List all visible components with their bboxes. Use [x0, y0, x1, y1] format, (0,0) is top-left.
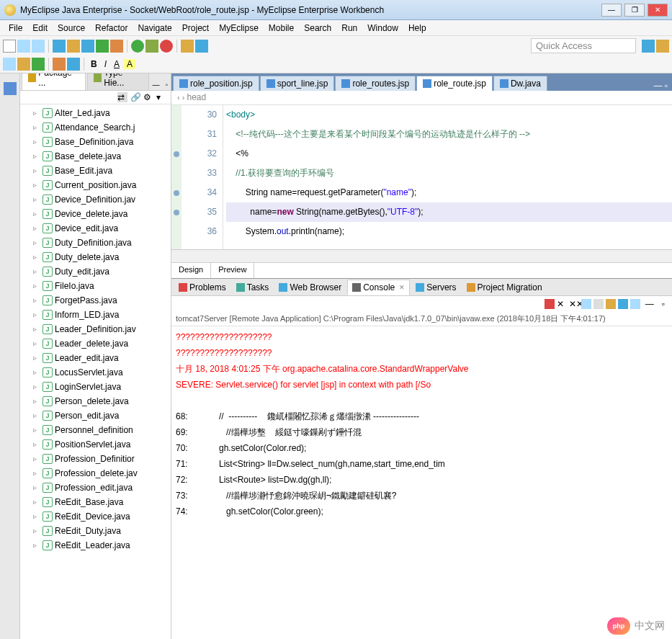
- remove-all-icon[interactable]: ✕✕: [569, 299, 579, 309]
- tree-item[interactable]: ▹JProfession_edit.java: [20, 481, 171, 495]
- tree-item[interactable]: ▹JBase_Edit.java: [20, 164, 171, 178]
- menu-mobile[interactable]: Mobile: [264, 22, 298, 35]
- tree-item[interactable]: ▹JReEdit_Base.java: [20, 495, 171, 509]
- menu-help[interactable]: Help: [404, 22, 431, 35]
- horizontal-scrollbar[interactable]: [171, 249, 672, 262]
- minimize-icon[interactable]: —: [642, 299, 657, 309]
- new-icon[interactable]: [3, 40, 16, 53]
- tool-icon[interactable]: [160, 40, 173, 53]
- editor-tab[interactable]: Dw.java: [493, 76, 547, 91]
- bottom-tab-project-migration[interactable]: Project Migration: [462, 280, 547, 295]
- remove-icon[interactable]: ✕: [557, 299, 567, 309]
- collapse-icon[interactable]: ⇄: [117, 92, 127, 102]
- minimize-button[interactable]: —: [601, 4, 622, 17]
- tree-item[interactable]: ▹JLeader_delete.java: [20, 336, 171, 351]
- close-button[interactable]: ✕: [648, 4, 668, 17]
- save-icon[interactable]: [17, 40, 30, 53]
- link-icon[interactable]: 🔗: [130, 92, 140, 102]
- clear-icon[interactable]: [593, 299, 604, 309]
- tree-item[interactable]: ▹JDevice_Definition.jav: [20, 192, 171, 207]
- tool-icon[interactable]: [195, 40, 208, 53]
- tool-icon[interactable]: [32, 58, 45, 71]
- perspective-icon[interactable]: [656, 40, 669, 53]
- tree-item[interactable]: ▹JDevice_edit.java: [20, 221, 171, 236]
- editor-tab[interactable]: role_route.jsp: [416, 76, 493, 91]
- tab-preview[interactable]: Preview: [211, 263, 254, 278]
- editor-tab[interactable]: role_routes.jsp: [335, 76, 416, 91]
- quick-access-input[interactable]: Quick Access: [531, 38, 636, 53]
- tree-item[interactable]: ▹JDuty_delete.java: [20, 250, 171, 264]
- tool-icon[interactable]: [181, 40, 194, 53]
- tool-icon[interactable]: [67, 40, 80, 53]
- tool-icon[interactable]: [17, 58, 30, 71]
- menu-window[interactable]: Window: [363, 22, 403, 35]
- menu-edit[interactable]: Edit: [28, 22, 52, 35]
- breadcrumb[interactable]: ‹ › head: [171, 91, 672, 105]
- bottom-tab-web-browser[interactable]: Web Browser: [274, 280, 346, 295]
- tree-item[interactable]: ▹JLocusServlet.java: [20, 365, 171, 380]
- tool-icon[interactable]: [53, 40, 66, 53]
- run-icon[interactable]: [131, 40, 144, 53]
- perspective-icon[interactable]: [642, 40, 655, 53]
- bold-icon[interactable]: B: [88, 59, 100, 69]
- tree-item[interactable]: ▹JAttendance_Search.j: [20, 120, 171, 135]
- tree-item[interactable]: ▹JBase_Definition.java: [20, 135, 171, 149]
- tree-item[interactable]: ▹JInform_LED.java: [20, 308, 171, 322]
- tree-item[interactable]: ▹JAlter_Led.java: [20, 106, 171, 120]
- tree-item[interactable]: ▹JReEdit_Duty.java: [20, 524, 171, 538]
- bottom-tab-tasks[interactable]: Tasks: [232, 280, 274, 295]
- tree-item[interactable]: ▹JBase_delete.java: [20, 149, 171, 164]
- menu-search[interactable]: Search: [300, 22, 336, 35]
- maximize-button[interactable]: ❐: [624, 4, 645, 17]
- tree-item[interactable]: ▹JDevice_delete.java: [20, 207, 171, 221]
- tree-item[interactable]: ▹JReEdit_Device.java: [20, 509, 171, 524]
- console-output[interactable]: ????????????????????????????????????????…: [171, 326, 672, 639]
- stop-icon[interactable]: [545, 299, 555, 309]
- tool-icon[interactable]: [96, 40, 109, 53]
- tool-icon[interactable]: [3, 58, 16, 71]
- menu-navigate[interactable]: Navigate: [133, 22, 176, 35]
- tool-icon[interactable]: [67, 58, 80, 71]
- sidebar-icon[interactable]: [4, 82, 17, 95]
- tree-item[interactable]: ▹JReEdit_Leader.java: [20, 538, 171, 553]
- filter-icon[interactable]: ⚙: [143, 92, 153, 102]
- bottom-tab-console[interactable]: Console✕: [347, 280, 410, 295]
- tab-package-explorer[interactable]: Package ...: [22, 73, 86, 90]
- tool-icon[interactable]: [81, 40, 94, 53]
- menu-icon[interactable]: ▾: [156, 92, 166, 102]
- tree-item[interactable]: ▹JPerson_delete.java: [20, 394, 171, 408]
- minimize-icon[interactable]: —: [149, 79, 162, 90]
- tree-item[interactable]: ▹JProfession_delete.jav: [20, 466, 171, 481]
- tab-type-hierarchy[interactable]: Type Hie...: [87, 73, 149, 90]
- menu-refactor[interactable]: Refactor: [91, 22, 132, 35]
- highlight-icon[interactable]: A: [124, 59, 135, 69]
- tree-item[interactable]: ▹JDuty_Definition.java: [20, 236, 171, 250]
- tree-item[interactable]: ▹JProfession_Definitior: [20, 452, 171, 466]
- menu-run[interactable]: Run: [337, 22, 362, 35]
- tree-item[interactable]: ▹JPerson_edit.java: [20, 408, 171, 423]
- close-icon[interactable]: ✕: [399, 284, 405, 291]
- tree-item[interactable]: ▹JLeader_Definition.jav: [20, 322, 171, 336]
- scroll-lock-icon[interactable]: [581, 299, 591, 309]
- tree-item[interactable]: ▹JForgetPass.java: [20, 293, 171, 308]
- tree-item[interactable]: ▹JFileIo.java: [20, 279, 171, 293]
- menu-myeclipse[interactable]: MyEclipse: [215, 22, 263, 35]
- tool-icon[interactable]: [53, 58, 66, 71]
- editor-tab[interactable]: role_position.jsp: [173, 76, 259, 91]
- menu-file[interactable]: File: [4, 22, 27, 35]
- menu-project[interactable]: Project: [178, 22, 213, 35]
- tree-item[interactable]: ▹JLeader_edit.java: [20, 351, 171, 365]
- bottom-tab-servers[interactable]: Servers: [411, 280, 460, 295]
- maximize-icon[interactable]: ▫: [659, 299, 668, 309]
- debug-icon[interactable]: [145, 40, 158, 53]
- code-editor[interactable]: 30313233343536 <body> <!--纯代码---这个主要是来看某…: [171, 105, 672, 249]
- pin-icon[interactable]: [606, 299, 616, 309]
- font-color-icon[interactable]: A: [111, 59, 122, 69]
- tab-design[interactable]: Design: [171, 263, 211, 278]
- saveall-icon[interactable]: [32, 40, 45, 53]
- tree-item[interactable]: ▹JDuty_edit.java: [20, 264, 171, 279]
- tree-item[interactable]: ▹JPersonnel_definition: [20, 423, 171, 437]
- tree-item[interactable]: ▹JLoginServlet.java: [20, 380, 171, 394]
- editor-tab[interactable]: sport_line.jsp: [260, 76, 335, 91]
- package-tree[interactable]: ▹JAlter_Led.java▹JAttendance_Search.j▹JB…: [20, 104, 171, 639]
